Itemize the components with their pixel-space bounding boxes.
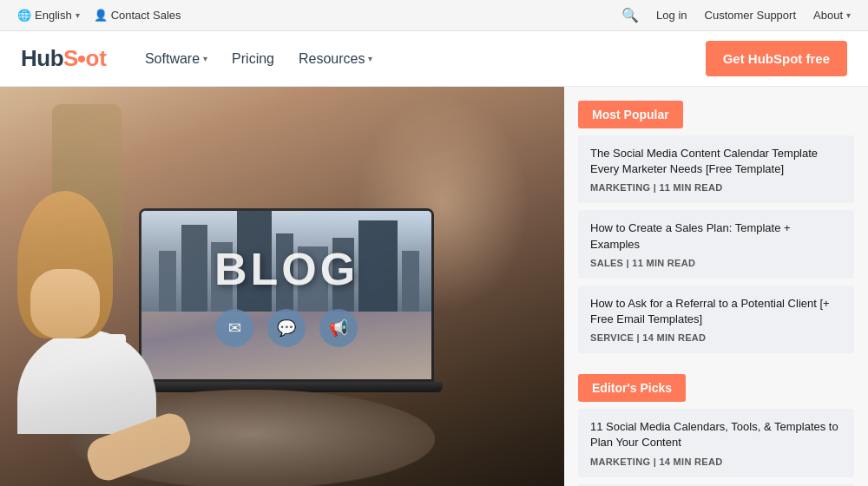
- about-label: About: [813, 9, 843, 22]
- laptop: BLOG ✉ 💬 📢: [139, 208, 434, 399]
- content-area: BLOG ✉ 💬 📢: [0, 87, 868, 486]
- person-hair: [17, 191, 113, 338]
- article-meta-3: SERVICE | 14 MIN READ: [590, 332, 842, 343]
- right-sidebar: Most Popular The Social Media Content Ca…: [564, 87, 868, 486]
- article-card-3[interactable]: How to Ask for a Referral to a Potential…: [578, 286, 854, 353]
- top-bar-right: 🔍 Log in Customer Support About ▾: [621, 7, 851, 23]
- about-chevron-icon: ▾: [846, 10, 851, 20]
- article-card-2[interactable]: How to Create a Sales Plan: Template + E…: [578, 210, 854, 278]
- about-menu[interactable]: About ▾: [813, 9, 851, 22]
- resources-label: Resources: [299, 51, 365, 67]
- nav-left: HubSot Software ▾ Pricing Resources ▾: [21, 44, 383, 74]
- resources-chevron-icon: ▾: [368, 54, 372, 63]
- chevron-down-icon: ▾: [76, 10, 80, 20]
- blog-canvas: BLOG ✉ 💬 📢: [0, 87, 564, 486]
- person-body: [17, 330, 156, 434]
- blog-hero-image: BLOG ✉ 💬 📢: [0, 87, 564, 486]
- logo[interactable]: HubSot: [21, 45, 107, 72]
- contact-sales-label: Contact Sales: [111, 9, 181, 22]
- customer-support-link[interactable]: Customer Support: [705, 9, 797, 22]
- editors-picks-section: Editor's Picks 11 Social Media Calendars…: [564, 360, 868, 486]
- person-figure: [17, 191, 156, 434]
- article-meta-4: MARKETING | 14 MIN READ: [590, 456, 842, 467]
- contact-sales-link[interactable]: 👤 Contact Sales: [94, 9, 181, 22]
- article-meta-1: MARKETING | 11 MIN READ: [590, 182, 842, 193]
- get-hubspot-free-button[interactable]: Get HubSpot free: [706, 41, 847, 76]
- nav-software[interactable]: Software ▾: [135, 44, 218, 74]
- login-link[interactable]: Log in: [656, 9, 687, 22]
- person-icon: 👤: [94, 9, 108, 22]
- most-popular-label: Most Popular: [578, 101, 683, 128]
- most-popular-section: Most Popular The Social Media Content Ca…: [564, 87, 868, 353]
- editors-picks-label: Editor's Picks: [578, 374, 686, 402]
- article-title-1: The Social Media Content Calendar Templa…: [590, 146, 842, 177]
- main-nav: HubSot Software ▾ Pricing Resources ▾ Ge…: [0, 31, 868, 87]
- logo-hub-text: Hub: [21, 45, 63, 72]
- pricing-label: Pricing: [232, 51, 274, 67]
- search-icon[interactable]: 🔍: [621, 7, 639, 23]
- logo-dot: [78, 56, 85, 62]
- laptop-screen-inner: BLOG ✉ 💬 📢: [141, 211, 431, 379]
- software-chevron-icon: ▾: [203, 54, 207, 63]
- envelope-icon-circle: ✉: [215, 309, 253, 347]
- chat-icon: 💬: [277, 319, 296, 338]
- article-title-3: How to Ask for a Referral to a Potential…: [590, 296, 842, 327]
- article-meta-2: SALES | 11 MIN READ: [590, 258, 842, 268]
- blog-text: BLOG: [214, 243, 358, 295]
- megaphone-icon: 📢: [329, 319, 348, 338]
- top-bar: 🌐 English ▾ 👤 Contact Sales 🔍 Log in Cus…: [0, 0, 868, 31]
- article-card-1[interactable]: The Social Media Content Calendar Templa…: [578, 135, 854, 203]
- laptop-screen: BLOG ✉ 💬 📢: [139, 208, 434, 382]
- globe-icon: 🌐: [17, 9, 31, 22]
- article-card-4[interactable]: 11 Social Media Calendars, Tools, & Temp…: [578, 409, 854, 476]
- megaphone-icon-circle: 📢: [319, 309, 358, 347]
- top-bar-left: 🌐 English ▾ 👤 Contact Sales: [17, 9, 181, 22]
- nav-right: Get HubSpot free: [706, 41, 847, 76]
- nav-pricing[interactable]: Pricing: [221, 44, 285, 74]
- chat-icon-circle: 💬: [267, 309, 306, 347]
- person-face: [30, 269, 100, 338]
- software-label: Software: [145, 51, 200, 67]
- envelope-icon: ✉: [228, 319, 241, 338]
- language-label: English: [35, 9, 72, 22]
- blog-icons-row: ✉ 💬 📢: [215, 309, 358, 347]
- language-selector[interactable]: 🌐 English ▾: [17, 9, 80, 22]
- article-title-2: How to Create a Sales Plan: Template + E…: [590, 220, 842, 252]
- logo-spot-text: Sot: [63, 45, 107, 72]
- article-title-4: 11 Social Media Calendars, Tools, & Temp…: [590, 419, 842, 450]
- nav-items: Software ▾ Pricing Resources ▾: [135, 44, 384, 74]
- nav-resources[interactable]: Resources ▾: [288, 44, 383, 74]
